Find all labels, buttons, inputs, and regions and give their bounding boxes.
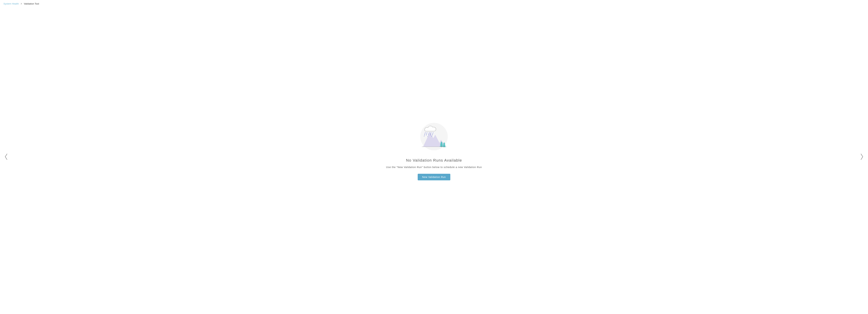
svg-point-8 [427,136,428,137]
svg-rect-17 [444,146,444,147]
empty-state: No Validation Runs Available Use the "Ne… [87,121,781,180]
svg-point-9 [431,136,432,137]
carousel-prev-button[interactable] [3,152,10,163]
svg-rect-13 [441,146,442,147]
new-validation-run-button[interactable]: New Validation Run [418,174,450,180]
carousel-next-button[interactable] [858,152,865,163]
breadcrumb: System Health Validation Tool [0,0,868,7]
breadcrumb-current: Validation Tool [24,2,39,5]
chevron-right-icon [21,3,22,4]
empty-state-illustration [418,121,450,152]
empty-state-subtitle: Use the "New Validation Run" button belo… [386,166,482,168]
empty-state-title: No Validation Runs Available [406,158,462,163]
chevron-right-icon [860,153,864,160]
svg-point-7 [424,136,425,136]
breadcrumb-parent-link[interactable]: System Health [3,2,19,5]
chevron-left-icon [4,153,8,160]
